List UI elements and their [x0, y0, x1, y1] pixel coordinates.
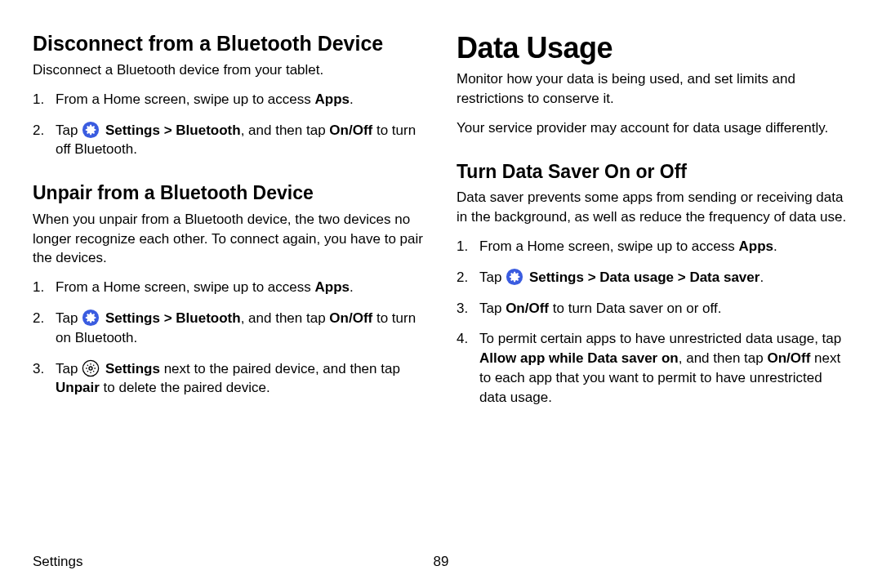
- gear-icon: [82, 359, 100, 377]
- step-text: next to the paired device, and then tap: [160, 361, 400, 376]
- step-text: , and then tap: [679, 350, 768, 366]
- left-column: Disconnect from a Bluetooth Device Disco…: [33, 31, 425, 419]
- list-item: Tap On/Off to turn Data saver on or off.: [457, 299, 849, 318]
- settings-icon: [82, 121, 100, 139]
- section-heading: Turn Data Saver On or Off: [457, 161, 849, 184]
- settings-icon: [506, 268, 523, 286]
- step-text: .: [350, 91, 354, 107]
- list-item: Tap Settings > Data usage > Data saver.: [457, 268, 849, 287]
- step-text: From a Home screen, swipe up to access: [56, 279, 314, 295]
- heading-text: Unpair from a Bluetooth Device: [33, 182, 314, 203]
- bold-apps: Apps: [314, 279, 350, 295]
- heading-text: Turn Data Saver On or Off: [457, 161, 687, 182]
- step-text: From a Home screen, swipe up to access: [479, 238, 738, 254]
- intro-paragraph: Disconnect a Bluetooth device from your …: [33, 60, 425, 80]
- bold-onoff: On/Off: [329, 310, 372, 326]
- bold-onoff: On/Off: [329, 122, 372, 138]
- bold-apps: Apps: [738, 238, 773, 254]
- step-text: Tap: [479, 301, 506, 316]
- step-text: Tap: [56, 310, 82, 326]
- intro-paragraph: Monitor how your data is being used, and…: [457, 69, 849, 109]
- step-text: to turn Data saver on or off.: [549, 301, 721, 316]
- bold-allow: Allow app while Data saver on: [479, 350, 679, 366]
- list-item: Tap Settings next to the paired device, …: [33, 359, 425, 399]
- steps-list: From a Home screen, swipe up to access A…: [457, 237, 849, 408]
- step-text: to delete the paired device.: [100, 380, 270, 395]
- list-item: Tap Settings > Bluetooth, and then tap O…: [33, 121, 425, 160]
- bold-onoff: On/Off: [767, 350, 810, 366]
- list-item: From a Home screen, swipe up to access A…: [33, 90, 425, 109]
- intro-paragraph: Your service provider may account for da…: [457, 118, 849, 138]
- chapter-title: Data Usage: [457, 31, 849, 65]
- svg-point-2: [83, 360, 99, 376]
- step-text: Tap: [56, 361, 82, 376]
- list-item: From a Home screen, swipe up to access A…: [457, 237, 849, 256]
- step-text: , and then tap: [241, 310, 330, 326]
- right-column: Data Usage Monitor how your data is bein…: [457, 31, 849, 419]
- step-text: To permit certain apps to have unrestric…: [479, 331, 841, 346]
- step-text: Tap: [56, 122, 82, 138]
- step-text: .: [760, 270, 764, 285]
- settings-icon: [82, 309, 100, 327]
- intro-paragraph: When you unpair from a Bluetooth device,…: [33, 210, 425, 268]
- list-item: Tap Settings > Bluetooth, and then tap O…: [33, 309, 425, 348]
- page-footer: Settings 89: [33, 554, 849, 570]
- section-heading: Unpair from a Bluetooth Device: [33, 182, 425, 205]
- list-item: To permit certain apps to have unrestric…: [457, 329, 849, 407]
- step-text: .: [350, 279, 354, 295]
- list-item: From a Home screen, swipe up to access A…: [33, 278, 425, 297]
- bold-path: Settings > Data usage > Data saver: [529, 270, 760, 285]
- bold-onoff: On/Off: [506, 301, 549, 316]
- page-number: 89: [434, 554, 449, 570]
- bold-unpair: Unpair: [56, 380, 100, 395]
- heading-text: Disconnect from a Bluetooth Device: [33, 32, 383, 55]
- footer-section: Settings: [33, 554, 82, 570]
- step-text: From a Home screen, swipe up to access: [56, 91, 314, 107]
- intro-paragraph: Data saver prevents some apps from sendi…: [457, 188, 849, 227]
- svg-point-3: [89, 367, 92, 370]
- step-text: , and then tap: [241, 122, 330, 138]
- page-content: Disconnect from a Bluetooth Device Disco…: [33, 31, 849, 419]
- bold-apps: Apps: [314, 91, 350, 107]
- step-text: Tap: [479, 270, 506, 285]
- step-text: .: [773, 238, 777, 254]
- bold-path: Settings > Bluetooth: [105, 122, 241, 138]
- title-text: Data Usage: [457, 31, 612, 65]
- steps-list: From a Home screen, swipe up to access A…: [33, 278, 425, 398]
- steps-list: From a Home screen, swipe up to access A…: [33, 90, 425, 159]
- bold-path: Settings > Bluetooth: [105, 310, 241, 326]
- bold-settings: Settings: [105, 361, 160, 376]
- section-heading: Disconnect from a Bluetooth Device: [33, 31, 425, 56]
